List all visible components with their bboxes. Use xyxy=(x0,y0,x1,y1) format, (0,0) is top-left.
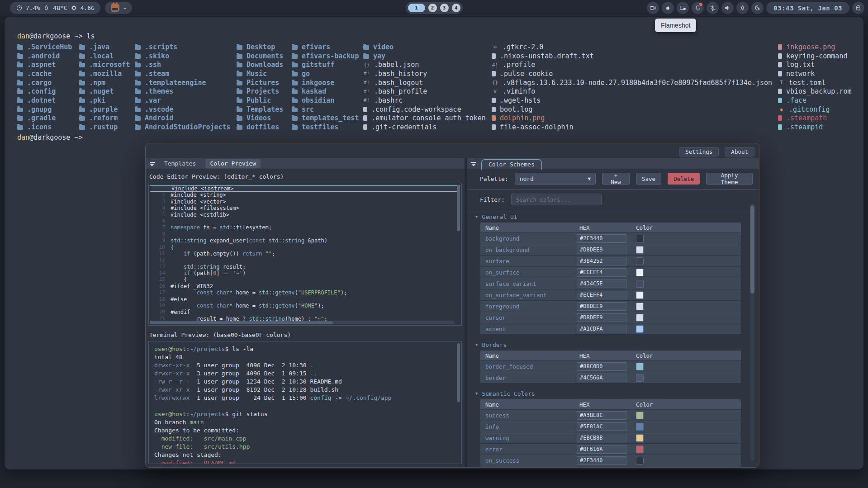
workspace-indicator-3[interactable]: 3 xyxy=(440,4,449,12)
vim-icon: V xyxy=(492,89,498,95)
color-swatch[interactable] xyxy=(636,303,644,310)
ls-item: .steampath xyxy=(778,114,852,123)
collapse-caret-icon[interactable] xyxy=(150,161,155,166)
hex-input[interactable]: #88C0D0 xyxy=(577,362,626,371)
hex-input[interactable]: #D8DEE9 xyxy=(577,302,626,311)
hex-input[interactable]: #2E3440 xyxy=(577,456,626,465)
file-icon xyxy=(363,115,367,121)
color-swatch[interactable] xyxy=(636,374,644,382)
tab-color-preview[interactable]: Color Preview xyxy=(205,159,261,168)
folder-icon xyxy=(135,108,141,112)
color-row: cursor#D8DEE9 xyxy=(480,312,741,323)
hex-input[interactable]: #ECEFF4 xyxy=(577,291,626,299)
folder-icon xyxy=(292,99,298,103)
panel-scrollbar-track[interactable] xyxy=(750,204,754,461)
code-line: 17 const char* home = std::getenv("USERP… xyxy=(149,289,461,296)
color-swatch[interactable] xyxy=(636,412,644,419)
ls-item: Projects xyxy=(237,87,283,96)
apply-theme-button[interactable]: Apply Theme xyxy=(706,173,753,185)
color-swatch[interactable] xyxy=(636,280,644,288)
editor-horizontal-scrollbar-thumb[interactable] xyxy=(150,321,333,324)
cat-mascot-icon xyxy=(111,4,119,12)
hex-input[interactable]: #3B4252 xyxy=(577,257,626,265)
ls-item: .templateengine xyxy=(135,78,231,87)
terminal-preview-line: -rwxr-xr-x 1 user group 8192 Dec 2 10:28… xyxy=(154,386,461,394)
night-light-icon[interactable] xyxy=(751,2,764,14)
section-title[interactable]: ▼Borders xyxy=(474,339,741,350)
delete-button[interactable]: Delete xyxy=(668,173,700,185)
terminal-preview-line: lrwxrwxrwx 1 user group 24 Dec 1 15:00 c… xyxy=(154,394,461,402)
screen-lock-icon[interactable] xyxy=(677,2,689,14)
shebang-icon: #! xyxy=(363,71,370,76)
palette-select[interactable]: nord ▼ xyxy=(515,173,596,185)
notifications-bell-icon[interactable] xyxy=(692,2,704,14)
temperature: 48°C xyxy=(53,5,67,11)
color-swatch[interactable] xyxy=(636,423,644,431)
flameshot-flame-icon[interactable] xyxy=(662,2,674,14)
hex-input[interactable]: #D8DEE9 xyxy=(577,246,626,254)
color-swatch[interactable] xyxy=(636,269,644,276)
panel-scrollbar-thumb[interactable] xyxy=(750,205,754,294)
hex-input[interactable]: #ECEFF4 xyxy=(577,268,626,277)
color-swatch[interactable] xyxy=(636,314,644,322)
new-palette-button[interactable]: + New xyxy=(602,173,630,185)
color-swatch[interactable] xyxy=(636,363,644,370)
hex-input[interactable]: #A1CDFA xyxy=(577,325,626,333)
tab-templates[interactable]: Templates xyxy=(160,159,200,168)
color-swatch[interactable] xyxy=(636,434,644,442)
collapse-caret-icon[interactable] xyxy=(471,161,476,166)
save-button[interactable]: Save xyxy=(636,173,661,185)
hex-input[interactable]: #4C566A xyxy=(577,374,626,382)
hex-input[interactable]: #434C5E xyxy=(577,280,626,288)
clock[interactable]: 03:43 Sat, Jan 03 xyxy=(766,2,849,14)
tab-color-schemes[interactable]: Color Schemes xyxy=(481,159,542,170)
color-swatch[interactable] xyxy=(636,445,644,453)
settings-button[interactable]: Settings xyxy=(679,147,719,156)
shell-prompt-line[interactable]: dan@darkgoose ~> xyxy=(17,133,856,142)
hex-input[interactable]: #D8DEE9 xyxy=(577,313,626,322)
filter-input[interactable] xyxy=(511,194,602,205)
code-editor-preview[interactable]: #include <iostream>2#include <string>3#i… xyxy=(148,183,462,326)
table-header: NameHEXColor xyxy=(480,351,741,360)
git-icon: ◆ xyxy=(778,106,785,113)
section-title[interactable]: ▼Semantic Colors xyxy=(474,388,741,399)
section-title[interactable]: ▼General UI xyxy=(474,211,741,222)
brightness-sun-icon[interactable] xyxy=(736,2,749,14)
terminal-preview-scrollbar[interactable] xyxy=(457,343,460,402)
bluetooth-off-icon[interactable] xyxy=(707,2,719,14)
ls-item: .vscode xyxy=(135,105,231,114)
color-swatch[interactable] xyxy=(636,246,644,254)
hex-input[interactable]: #EBCB8B xyxy=(577,434,626,442)
about-button[interactable]: About xyxy=(725,147,754,156)
ls-item: .pki xyxy=(79,96,130,105)
terminal-preview[interactable]: user@host:~/projects$ ls -latotal 48drwx… xyxy=(148,341,462,464)
hex-input[interactable]: #5E81AC xyxy=(577,422,626,431)
code-line: 8 xyxy=(149,231,461,237)
video-camera-icon[interactable] xyxy=(647,2,659,14)
color-swatch[interactable] xyxy=(636,325,644,333)
ls-item: .rustup xyxy=(79,123,130,132)
color-row: info#5E81AC xyxy=(480,421,741,432)
terminal-preview-line: drwxr-xr-x 3 user group 4096 Dec 1 09:15… xyxy=(154,370,461,378)
editor-horizontal-scrollbar-track[interactable] xyxy=(150,321,455,324)
ls-item: #!.bash_logout xyxy=(363,78,486,87)
color-swatch[interactable] xyxy=(636,257,644,265)
tray-owl-icon[interactable] xyxy=(852,2,864,14)
folder-icon xyxy=(79,108,85,112)
color-swatch[interactable] xyxy=(636,291,644,299)
color-swatch[interactable] xyxy=(636,457,644,464)
hex-input[interactable]: #A3BE8C xyxy=(577,411,626,420)
workspace-indicator-4[interactable]: 4 xyxy=(452,4,460,12)
ls-item: .dotnet xyxy=(17,96,72,105)
workspace-indicator-2[interactable]: 2 xyxy=(428,4,437,12)
volume-icon[interactable] xyxy=(721,2,734,14)
hex-input[interactable]: #BF616A xyxy=(577,445,626,454)
folder-icon xyxy=(292,116,298,121)
launcher-pill[interactable]: ~ xyxy=(105,2,132,14)
ls-item: #!.profile xyxy=(492,60,772,69)
editor-vertical-scrollbar[interactable] xyxy=(457,185,460,231)
workspace-indicator-1[interactable]: 1 xyxy=(408,4,425,12)
color-swatch[interactable] xyxy=(636,235,644,242)
hex-input[interactable]: #2E3440 xyxy=(577,234,626,243)
folder-icon xyxy=(237,99,242,103)
